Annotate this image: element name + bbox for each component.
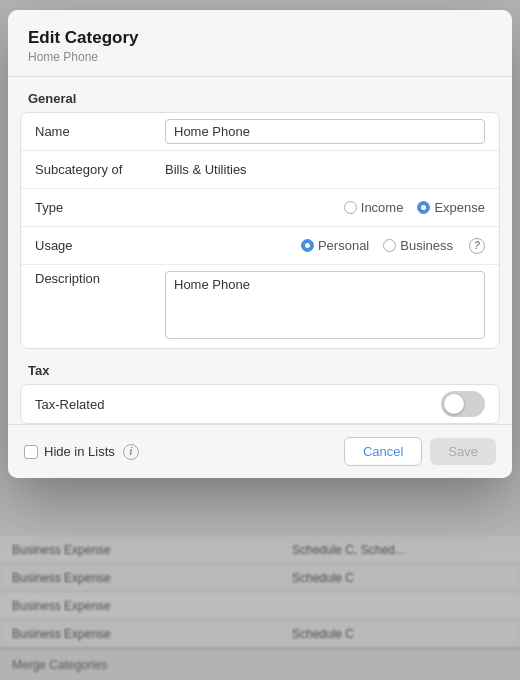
- name-row: Name: [21, 113, 499, 151]
- tax-related-toggle-container: [165, 391, 485, 417]
- type-options: Income Expense: [165, 200, 485, 215]
- usage-label: Usage: [35, 238, 165, 253]
- usage-help-icon[interactable]: ?: [469, 238, 485, 254]
- modal-header: Edit Category Home Phone: [8, 10, 512, 77]
- usage-personal-radio[interactable]: [301, 239, 314, 252]
- subcategory-text: Bills & Utilities: [165, 162, 247, 177]
- usage-business-radio[interactable]: [383, 239, 396, 252]
- type-radio-group: Income Expense: [165, 200, 485, 215]
- hide-in-lists-container[interactable]: Hide in Lists i: [24, 444, 139, 460]
- type-income-label: Income: [361, 200, 404, 215]
- hide-in-lists-checkbox[interactable]: [24, 445, 38, 459]
- type-expense-label: Expense: [434, 200, 485, 215]
- hide-in-lists-label: Hide in Lists: [44, 444, 115, 459]
- general-section-label: General: [8, 77, 512, 112]
- tax-related-label: Tax-Related: [35, 397, 165, 412]
- subcategory-value: Bills & Utilities: [165, 162, 485, 177]
- cancel-button[interactable]: Cancel: [344, 437, 422, 466]
- modal-footer: Hide in Lists i Cancel Save: [8, 424, 512, 478]
- usage-business-label: Business: [400, 238, 453, 253]
- general-form-card: Name Subcategory of Bills & Utilities Ty…: [20, 112, 500, 349]
- description-value: Home Phone: [165, 271, 485, 342]
- name-label: Name: [35, 124, 165, 139]
- modal-subtitle: Home Phone: [28, 50, 492, 64]
- type-expense-option[interactable]: Expense: [417, 200, 485, 215]
- hide-in-lists-info-icon[interactable]: i: [123, 444, 139, 460]
- edit-category-modal: Edit Category Home Phone General Name Su…: [8, 10, 512, 478]
- toggle-thumb: [444, 394, 464, 414]
- tax-related-row: Tax-Related: [21, 385, 499, 423]
- tax-form-card: Tax-Related: [20, 384, 500, 424]
- subcategory-label: Subcategory of: [35, 162, 165, 177]
- tax-section-label: Tax: [8, 349, 512, 384]
- type-label: Type: [35, 200, 165, 215]
- usage-personal-label: Personal: [318, 238, 369, 253]
- usage-options: Personal Business ?: [165, 238, 485, 254]
- save-button[interactable]: Save: [430, 438, 496, 465]
- type-expense-radio[interactable]: [417, 201, 430, 214]
- type-income-option[interactable]: Income: [344, 200, 404, 215]
- description-row: Description Home Phone: [21, 265, 499, 348]
- usage-radio-group: Personal Business ?: [165, 238, 485, 254]
- tax-related-toggle[interactable]: [441, 391, 485, 417]
- usage-personal-option[interactable]: Personal: [301, 238, 369, 253]
- modal-body: General Name Subcategory of Bills & Util…: [8, 77, 512, 424]
- name-value: [165, 119, 485, 144]
- description-label: Description: [35, 271, 165, 286]
- usage-row: Usage Personal Business ?: [21, 227, 499, 265]
- subcategory-row: Subcategory of Bills & Utilities: [21, 151, 499, 189]
- description-textarea[interactable]: Home Phone: [165, 271, 485, 339]
- name-input[interactable]: [165, 119, 485, 144]
- usage-business-option[interactable]: Business: [383, 238, 453, 253]
- modal-title: Edit Category: [28, 28, 492, 48]
- type-income-radio[interactable]: [344, 201, 357, 214]
- type-row: Type Income Expense: [21, 189, 499, 227]
